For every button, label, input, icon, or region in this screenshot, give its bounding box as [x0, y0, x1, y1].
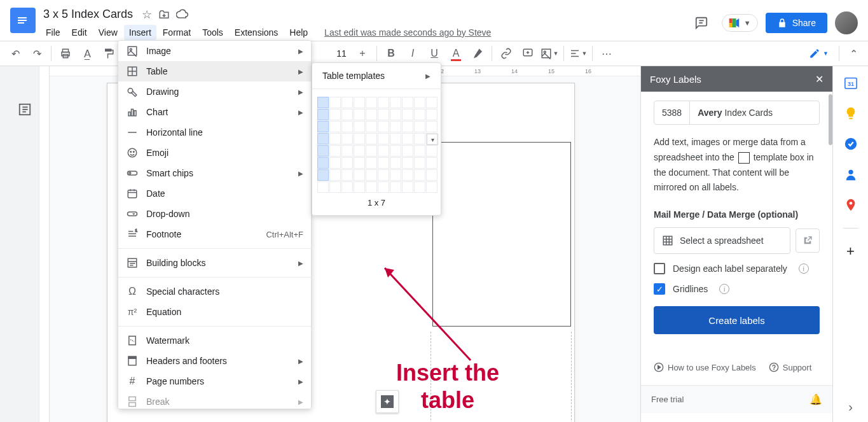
docs-app-icon[interactable] — [10, 8, 36, 33]
grid-cell[interactable] — [378, 109, 389, 120]
grid-cell[interactable] — [366, 133, 377, 144]
grid-cell[interactable] — [390, 109, 401, 120]
move-icon[interactable] — [158, 9, 170, 20]
doc-title[interactable]: 3 x 5 Index Cards — [41, 6, 135, 22]
grid-cell[interactable] — [317, 121, 329, 132]
star-icon[interactable]: ☆ — [142, 8, 152, 22]
menu-view[interactable]: View — [93, 25, 123, 40]
grid-cell[interactable] — [366, 169, 377, 181]
menu-format[interactable]: Format — [158, 25, 196, 40]
insert-table[interactable]: Table▶ — [118, 61, 311, 81]
grid-cell[interactable] — [378, 121, 389, 132]
grid-cell[interactable] — [390, 121, 401, 132]
insert-chips[interactable]: Smart chips▶ — [118, 163, 311, 183]
grid-cell[interactable] — [317, 169, 329, 181]
grid-cell[interactable] — [414, 133, 425, 144]
italic-button[interactable]: I — [403, 43, 423, 64]
grid-cell[interactable] — [402, 121, 413, 132]
grid-cell[interactable] — [378, 133, 389, 144]
grid-cell[interactable] — [414, 109, 425, 120]
grid-cell[interactable] — [426, 121, 437, 132]
grid-cell[interactable] — [354, 145, 365, 157]
hide-rail-button[interactable]: › — [843, 399, 858, 414]
get-addons-button[interactable]: + — [843, 244, 858, 259]
grid-cell[interactable] — [378, 169, 389, 181]
gridlines-option[interactable]: ✓ Gridlines i — [654, 283, 820, 295]
grid-cell[interactable] — [378, 97, 389, 108]
grid-cell[interactable] — [341, 97, 353, 108]
grid-cell[interactable] — [390, 145, 401, 157]
insert-headers[interactable]: Headers and footers▶ — [118, 351, 311, 371]
undo-button[interactable]: ↶ — [5, 43, 25, 64]
add-comment-button[interactable] — [518, 43, 538, 64]
grid-cell[interactable] — [329, 109, 341, 120]
grid-cell[interactable] — [341, 157, 353, 169]
grid-cell[interactable] — [341, 169, 353, 181]
insert-hr[interactable]: Horizontal line — [118, 122, 311, 143]
panel-scrollbar[interactable] — [829, 94, 832, 145]
grid-cell[interactable] — [329, 169, 341, 181]
grid-cell[interactable] — [402, 97, 413, 108]
grid-cell[interactable] — [317, 109, 329, 120]
insert-emoji[interactable]: Emoji — [118, 143, 311, 163]
menu-extensions[interactable]: Extensions — [230, 25, 283, 40]
share-button[interactable]: Share — [766, 13, 827, 33]
grid-cell[interactable] — [426, 109, 437, 120]
text-color-button[interactable]: A — [446, 43, 466, 64]
grid-cell[interactable] — [317, 133, 329, 144]
design-separately-option[interactable]: Design each label separately i — [654, 263, 820, 274]
insert-drawing[interactable]: Drawing▶ — [118, 81, 311, 102]
table-size-picker[interactable]: ▾ 1 x 7 — [312, 89, 441, 215]
how-to-link[interactable]: How to use Foxy Labels — [654, 362, 756, 372]
last-edit-link[interactable]: Last edit was made seconds ago by Steve — [324, 27, 491, 38]
grid-cell[interactable] — [366, 97, 377, 108]
grid-cell[interactable] — [390, 169, 401, 181]
grid-cell[interactable] — [426, 181, 437, 193]
grid-cell[interactable] — [390, 133, 401, 144]
redo-button[interactable]: ↷ — [27, 43, 47, 64]
collapse-button[interactable]: ⌃ — [844, 45, 863, 62]
insert-footnote[interactable]: 1FootnoteCtrl+Alt+F — [118, 224, 311, 244]
grid-cell[interactable] — [366, 121, 377, 132]
more-button[interactable]: ⋯ — [596, 43, 617, 64]
grid-cell[interactable] — [354, 157, 365, 169]
grid-cell[interactable] — [402, 133, 413, 144]
notifications-icon[interactable]: 🔔 — [809, 393, 822, 405]
grid-cell[interactable] — [341, 145, 353, 157]
explore-button[interactable]: ✦ — [376, 390, 399, 413]
font-increase-button[interactable]: + — [352, 43, 373, 64]
grid-cell[interactable] — [329, 157, 341, 169]
insert-pagenum[interactable]: #Page numbers▶ — [118, 371, 311, 391]
insert-omega[interactable]: ΩSpecial characters — [118, 281, 311, 302]
menu-insert[interactable]: Insert — [124, 25, 156, 40]
print-button[interactable] — [55, 43, 76, 64]
grid-cell[interactable] — [426, 157, 437, 169]
grid-cell[interactable] — [329, 145, 341, 157]
font-size[interactable]: 11 — [332, 46, 351, 61]
editing-mode-button[interactable]: ▼ — [804, 45, 834, 62]
grid-cell[interactable] — [354, 97, 365, 108]
grid-cell[interactable] — [402, 181, 413, 193]
grid-cell[interactable] — [341, 109, 353, 120]
table-templates-item[interactable]: Table templates ▶ — [312, 63, 441, 88]
grid-cell[interactable] — [366, 181, 377, 193]
grid-cell[interactable] — [329, 133, 341, 144]
support-link[interactable]: Support — [769, 362, 812, 372]
grid-cell[interactable] — [366, 145, 377, 157]
grid-cell[interactable] — [341, 121, 353, 132]
maps-app-icon[interactable] — [843, 197, 858, 213]
grid-cell[interactable] — [414, 145, 425, 157]
grid-cell[interactable] — [414, 169, 425, 181]
grid-cell[interactable] — [414, 97, 425, 108]
grid-cell[interactable] — [329, 181, 341, 193]
grid-cell[interactable] — [317, 145, 329, 157]
insert-image[interactable]: Image▶ — [118, 41, 311, 61]
insert-break[interactable]: Break▶ — [118, 391, 311, 409]
open-external-button[interactable] — [796, 229, 820, 253]
grid-cell[interactable] — [390, 97, 401, 108]
grid-cell[interactable] — [426, 97, 437, 108]
underline-button[interactable]: U — [424, 43, 444, 64]
grid-cell[interactable] — [341, 133, 353, 144]
keep-app-icon[interactable] — [843, 106, 858, 121]
insert-chart[interactable]: Chart▶ — [118, 102, 311, 122]
